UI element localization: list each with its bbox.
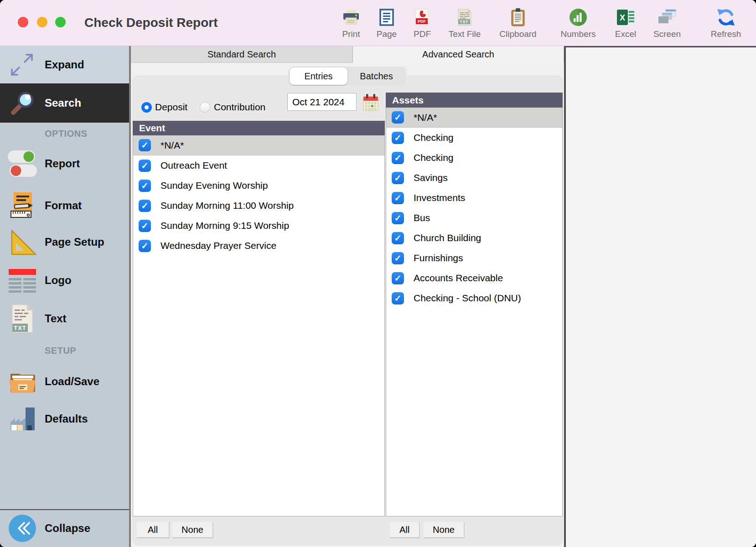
sidebar-item-defaults[interactable]: Defaults [0, 400, 129, 438]
deposit-radio-label: Deposit [155, 102, 187, 113]
sidebar-item-search[interactable]: Search [0, 83, 129, 123]
app-window: Check Deposit Report Print [0, 0, 756, 547]
clipboard-button[interactable]: Clipboard [496, 7, 540, 39]
sidebar-text-label: Text [45, 312, 67, 325]
sidebar-setup-header: SETUP [45, 346, 76, 356]
sidebar-item-collapse[interactable]: Collapse [0, 510, 129, 547]
zoom-window-button[interactable] [55, 17, 66, 27]
close-window-button[interactable] [18, 17, 28, 27]
checkbox-checked-icon[interactable] [392, 252, 404, 264]
text-file-button[interactable]: TXT Text File [443, 7, 487, 39]
sidebar: Expand Search OPTIONS [0, 46, 129, 547]
refresh-button[interactable]: Refresh [704, 7, 748, 39]
asset-list-item[interactable]: *N/A* [386, 108, 562, 128]
sidebar-item-report[interactable]: Report [0, 144, 129, 183]
asset-list-item[interactable]: Furnishings [386, 248, 562, 268]
svg-text:TXT: TXT [460, 20, 468, 24]
clipboard-label: Clipboard [496, 29, 540, 39]
checkbox-checked-icon[interactable] [139, 180, 151, 192]
search-icon [0, 90, 45, 116]
svg-text:PDF: PDF [418, 19, 426, 24]
asset-item-label: Accounts Receivable [414, 273, 503, 284]
event-list-item[interactable]: Sunday Evening Worship [133, 175, 384, 196]
sidebar-options-header: OPTIONS [45, 129, 88, 139]
sidebar-report-label: Report [45, 157, 80, 170]
sidebar-item-text[interactable]: TXT Text [0, 299, 129, 338]
asset-list-item[interactable]: Checking [386, 148, 562, 168]
checkbox-checked-icon[interactable] [392, 132, 404, 144]
assets-select-all-button[interactable]: All [390, 522, 420, 538]
sidebar-item-format[interactable]: Format [0, 186, 129, 225]
sidebar-item-load-save[interactable]: Load/Save [0, 362, 129, 401]
checkbox-checked-icon[interactable] [139, 139, 151, 151]
asset-list-item[interactable]: Bus [386, 208, 562, 228]
contribution-radio-label: Contribution [214, 102, 265, 113]
event-list-item[interactable]: Outreach Event [133, 155, 384, 175]
event-list-item[interactable]: *N/A* [133, 135, 384, 155]
sidebar-item-page-setup[interactable]: Page Setup [0, 224, 129, 260]
checkbox-checked-icon[interactable] [392, 212, 404, 224]
event-item-label: Sunday Evening Worship [161, 180, 268, 191]
checkbox-checked-icon[interactable] [392, 111, 404, 124]
tab-advanced-search[interactable]: Advanced Search [353, 46, 564, 63]
pdf-button[interactable]: PDF PDF [400, 7, 444, 39]
assets-select-none-button[interactable]: None [424, 522, 465, 538]
asset-item-label: Checking - School (DNU) [414, 293, 521, 304]
excel-icon: X [604, 7, 647, 28]
checkbox-checked-icon[interactable] [139, 200, 151, 212]
assets-list: *N/A* Checking Checking Savings Investme… [386, 108, 563, 516]
asset-list-item[interactable]: Checking [386, 128, 562, 148]
asset-list-item[interactable]: Investments [386, 188, 562, 208]
tab-standard-search[interactable]: Standard Search [131, 46, 353, 63]
numbers-button[interactable]: Numbers [556, 7, 600, 39]
event-list-item[interactable]: Sunday Morning 11:00 Worship [133, 196, 384, 216]
event-list-item[interactable]: Wednesday Prayer Service [133, 236, 384, 256]
event-item-label: *N/A* [161, 140, 184, 151]
checkbox-checked-icon[interactable] [139, 160, 151, 172]
search-tabbar: Standard Search Advanced Search [131, 46, 564, 63]
contribution-radio[interactable] [200, 102, 210, 113]
sidebar-expand-label: Expand [45, 58, 84, 71]
checkbox-checked-icon[interactable] [139, 240, 151, 252]
asset-item-label: Bus [414, 212, 430, 223]
factory-icon [0, 406, 45, 432]
window-title: Check Deposit Report [84, 0, 218, 46]
event-list-item[interactable]: Sunday Morning 9:15 Worship [133, 216, 384, 236]
excel-button[interactable]: X Excel [604, 7, 647, 39]
calendar-button[interactable] [362, 93, 379, 112]
checkbox-checked-icon[interactable] [392, 292, 404, 304]
refresh-label: Refresh [704, 29, 748, 39]
event-item-label: Wednesday Prayer Service [161, 240, 276, 251]
segment-entries[interactable]: Entries [290, 67, 347, 85]
asset-list-item[interactable]: Accounts Receivable [386, 268, 562, 288]
format-document-icon [0, 191, 45, 220]
deposit-radio[interactable] [141, 102, 152, 113]
event-select-none-button[interactable]: None [172, 522, 213, 538]
asset-item-label: Church Building [414, 232, 481, 243]
clipboard-icon [496, 7, 540, 28]
checkbox-checked-icon[interactable] [392, 232, 404, 244]
checkbox-checked-icon[interactable] [392, 272, 404, 284]
checkbox-checked-icon[interactable] [392, 172, 404, 184]
toggles-icon [0, 150, 45, 178]
sidebar-item-expand[interactable]: Expand [0, 46, 129, 83]
asset-list-item[interactable]: Savings [386, 168, 562, 188]
assets-panel-header: Assets [386, 93, 563, 108]
screen-button[interactable]: Screen [645, 7, 689, 39]
event-select-all-button[interactable]: All [137, 522, 170, 538]
sidebar-format-label: Format [45, 199, 82, 212]
segment-batches[interactable]: Batches [347, 67, 405, 85]
checkbox-checked-icon[interactable] [392, 152, 404, 164]
checkbox-checked-icon[interactable] [139, 220, 151, 232]
calendar-icon [363, 106, 378, 113]
collapse-chevrons-icon [0, 514, 45, 543]
sidebar-load-save-label: Load/Save [45, 375, 99, 388]
asset-list-item[interactable]: Church Building [386, 228, 562, 248]
asset-item-label: *N/A* [414, 112, 437, 123]
asset-item-label: Investments [414, 192, 465, 203]
checkbox-checked-icon[interactable] [392, 192, 404, 204]
minimize-window-button[interactable] [37, 17, 47, 27]
sidebar-item-logo[interactable]: Logo [0, 262, 129, 299]
date-input[interactable] [287, 93, 357, 111]
asset-list-item[interactable]: Checking - School (DNU) [386, 288, 562, 308]
